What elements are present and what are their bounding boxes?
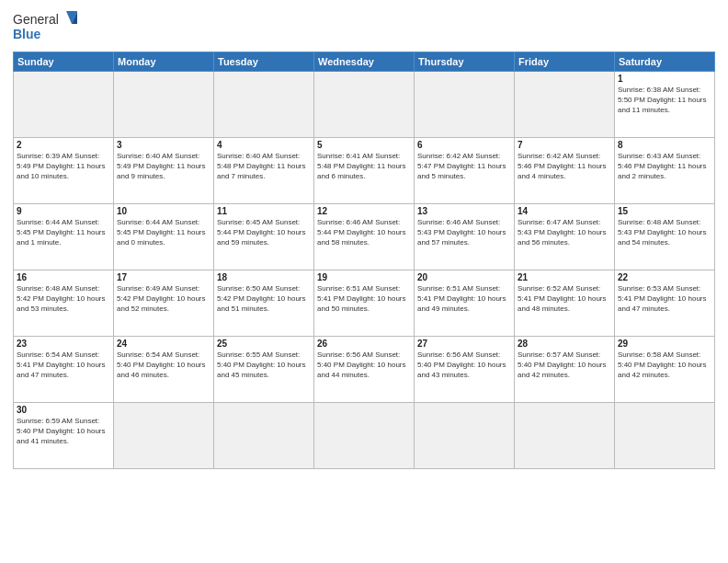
calendar-cell: 17Sunrise: 6:49 AM Sunset: 5:42 PM Dayli… [114, 270, 214, 337]
week-row-2: 2Sunrise: 6:39 AM Sunset: 5:49 PM Daylig… [14, 138, 715, 204]
day-info: Sunrise: 6:48 AM Sunset: 5:43 PM Dayligh… [618, 217, 711, 248]
calendar-cell: 8Sunrise: 6:43 AM Sunset: 5:46 PM Daylig… [615, 138, 715, 204]
day-number: 7 [518, 140, 611, 150]
calendar-cell: 13Sunrise: 6:46 AM Sunset: 5:43 PM Dayli… [415, 204, 515, 270]
week-row-4: 16Sunrise: 6:48 AM Sunset: 5:42 PM Dayli… [14, 270, 715, 337]
day-info: Sunrise: 6:46 AM Sunset: 5:44 PM Dayligh… [317, 217, 411, 248]
weekday-header-wednesday: Wednesday [314, 52, 415, 72]
day-number: 16 [17, 272, 110, 282]
day-info: Sunrise: 6:56 AM Sunset: 5:40 PM Dayligh… [417, 350, 511, 381]
calendar-cell [515, 403, 615, 469]
day-number: 24 [117, 339, 210, 349]
day-info: Sunrise: 6:44 AM Sunset: 5:45 PM Dayligh… [117, 217, 210, 248]
calendar-cell: 16Sunrise: 6:48 AM Sunset: 5:42 PM Dayli… [14, 270, 114, 337]
day-info: Sunrise: 6:42 AM Sunset: 5:46 PM Dayligh… [518, 151, 611, 182]
calendar-cell: 30Sunrise: 6:59 AM Sunset: 5:40 PM Dayli… [14, 403, 114, 469]
day-info: Sunrise: 6:43 AM Sunset: 5:46 PM Dayligh… [618, 151, 711, 182]
calendar: SundayMondayTuesdayWednesdayThursdayFrid… [13, 52, 715, 469]
day-number: 29 [618, 339, 711, 349]
day-number: 18 [217, 272, 311, 282]
day-number: 30 [17, 405, 110, 415]
day-number: 11 [217, 206, 311, 216]
day-info: Sunrise: 6:57 AM Sunset: 5:40 PM Dayligh… [518, 350, 611, 381]
day-info: Sunrise: 6:45 AM Sunset: 5:44 PM Dayligh… [217, 217, 311, 248]
weekday-header-monday: Monday [114, 52, 214, 72]
day-number: 20 [417, 272, 511, 282]
svg-text:General: General [13, 12, 59, 27]
day-number: 9 [17, 206, 110, 216]
weekday-header-saturday: Saturday [615, 52, 715, 72]
day-number: 12 [317, 206, 411, 216]
day-info: Sunrise: 6:59 AM Sunset: 5:40 PM Dayligh… [17, 416, 110, 447]
week-row-5: 23Sunrise: 6:54 AM Sunset: 5:41 PM Dayli… [14, 337, 715, 403]
calendar-cell: 14Sunrise: 6:47 AM Sunset: 5:43 PM Dayli… [515, 204, 615, 270]
svg-text:Blue: Blue [13, 27, 41, 41]
day-number: 10 [117, 206, 210, 216]
day-info: Sunrise: 6:41 AM Sunset: 5:48 PM Dayligh… [317, 151, 411, 182]
weekday-row: SundayMondayTuesdayWednesdayThursdayFrid… [14, 52, 715, 72]
day-number: 3 [117, 140, 210, 150]
day-info: Sunrise: 6:51 AM Sunset: 5:41 PM Dayligh… [417, 283, 511, 315]
calendar-body: 1Sunrise: 6:38 AM Sunset: 5:50 PM Daylig… [14, 72, 715, 469]
page: General Blue SundayMondayTuesdayWednesda… [0, 0, 728, 563]
day-number: 25 [217, 339, 311, 349]
calendar-cell: 28Sunrise: 6:57 AM Sunset: 5:40 PM Dayli… [515, 337, 615, 403]
day-number: 23 [17, 339, 110, 349]
week-row-6: 30Sunrise: 6:59 AM Sunset: 5:40 PM Dayli… [14, 403, 715, 469]
calendar-cell: 27Sunrise: 6:56 AM Sunset: 5:40 PM Dayli… [415, 337, 515, 403]
day-number: 26 [317, 339, 411, 349]
calendar-cell [114, 403, 214, 469]
day-info: Sunrise: 6:39 AM Sunset: 5:49 PM Dayligh… [17, 151, 110, 182]
calendar-cell: 6Sunrise: 6:42 AM Sunset: 5:47 PM Daylig… [415, 138, 515, 204]
day-number: 28 [518, 339, 611, 349]
calendar-cell [314, 403, 415, 469]
calendar-cell [114, 72, 214, 138]
day-info: Sunrise: 6:40 AM Sunset: 5:48 PM Dayligh… [217, 151, 311, 182]
calendar-cell [214, 72, 314, 138]
day-info: Sunrise: 6:38 AM Sunset: 5:50 PM Dayligh… [618, 85, 711, 116]
day-number: 2 [17, 140, 110, 150]
calendar-cell: 22Sunrise: 6:53 AM Sunset: 5:41 PM Dayli… [615, 270, 715, 337]
calendar-cell [14, 72, 114, 138]
calendar-cell: 19Sunrise: 6:51 AM Sunset: 5:41 PM Dayli… [314, 270, 415, 337]
day-info: Sunrise: 6:56 AM Sunset: 5:40 PM Dayligh… [317, 350, 411, 381]
calendar-cell [515, 72, 615, 138]
calendar-cell: 7Sunrise: 6:42 AM Sunset: 5:46 PM Daylig… [515, 138, 615, 204]
calendar-cell: 25Sunrise: 6:55 AM Sunset: 5:40 PM Dayli… [214, 337, 314, 403]
day-number: 4 [217, 140, 311, 150]
day-info: Sunrise: 6:49 AM Sunset: 5:42 PM Dayligh… [117, 283, 210, 315]
day-info: Sunrise: 6:52 AM Sunset: 5:41 PM Dayligh… [518, 283, 611, 315]
weekday-header-thursday: Thursday [415, 52, 515, 72]
day-number: 14 [518, 206, 611, 216]
day-number: 21 [518, 272, 611, 282]
calendar-cell: 26Sunrise: 6:56 AM Sunset: 5:40 PM Dayli… [314, 337, 415, 403]
weekday-header-friday: Friday [515, 52, 615, 72]
day-info: Sunrise: 6:55 AM Sunset: 5:40 PM Dayligh… [217, 350, 311, 381]
calendar-cell: 18Sunrise: 6:50 AM Sunset: 5:42 PM Dayli… [214, 270, 314, 337]
day-info: Sunrise: 6:40 AM Sunset: 5:49 PM Dayligh… [117, 151, 210, 182]
day-number: 22 [618, 272, 711, 282]
day-info: Sunrise: 6:58 AM Sunset: 5:40 PM Dayligh… [618, 350, 711, 381]
calendar-cell: 29Sunrise: 6:58 AM Sunset: 5:40 PM Dayli… [615, 337, 715, 403]
calendar-cell: 10Sunrise: 6:44 AM Sunset: 5:45 PM Dayli… [114, 204, 214, 270]
day-number: 8 [618, 140, 711, 150]
day-info: Sunrise: 6:50 AM Sunset: 5:42 PM Dayligh… [217, 283, 311, 315]
calendar-cell: 9Sunrise: 6:44 AM Sunset: 5:45 PM Daylig… [14, 204, 114, 270]
day-info: Sunrise: 6:54 AM Sunset: 5:41 PM Dayligh… [17, 350, 110, 381]
day-number: 13 [417, 206, 511, 216]
day-info: Sunrise: 6:53 AM Sunset: 5:41 PM Dayligh… [618, 283, 711, 315]
calendar-cell: 20Sunrise: 6:51 AM Sunset: 5:41 PM Dayli… [415, 270, 515, 337]
generalblue-logo-icon: General Blue [13, 9, 77, 46]
day-number: 15 [618, 206, 711, 216]
day-number: 1 [618, 74, 711, 84]
day-info: Sunrise: 6:47 AM Sunset: 5:43 PM Dayligh… [518, 217, 611, 248]
calendar-cell: 23Sunrise: 6:54 AM Sunset: 5:41 PM Dayli… [14, 337, 114, 403]
calendar-cell: 4Sunrise: 6:40 AM Sunset: 5:48 PM Daylig… [214, 138, 314, 204]
day-number: 5 [317, 140, 411, 150]
calendar-cell: 3Sunrise: 6:40 AM Sunset: 5:49 PM Daylig… [114, 138, 214, 204]
calendar-cell: 2Sunrise: 6:39 AM Sunset: 5:49 PM Daylig… [14, 138, 114, 204]
day-info: Sunrise: 6:54 AM Sunset: 5:40 PM Dayligh… [117, 350, 210, 381]
day-info: Sunrise: 6:44 AM Sunset: 5:45 PM Dayligh… [17, 217, 110, 248]
calendar-cell: 11Sunrise: 6:45 AM Sunset: 5:44 PM Dayli… [214, 204, 314, 270]
calendar-cell [415, 403, 515, 469]
